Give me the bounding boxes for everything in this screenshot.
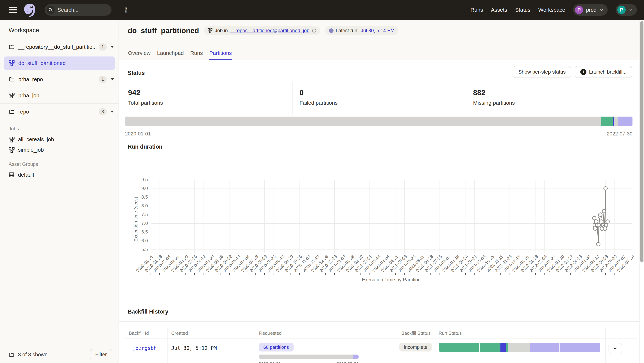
axis-tick: [238, 273, 238, 275]
sidebar-asset-group-default[interactable]: default: [9, 170, 118, 180]
data-point[interactable]: [604, 187, 607, 190]
gridline: [194, 180, 195, 253]
bar-segment: [500, 343, 506, 352]
nav-link-runs[interactable]: Runs: [470, 7, 483, 13]
gridline: [352, 180, 352, 253]
stat-value: 0: [300, 88, 466, 97]
data-point[interactable]: [594, 227, 597, 230]
page-scrollbar[interactable]: [639, 20, 644, 363]
job-origin-pill: Job in __reposi...artitioned@partitioned…: [204, 26, 320, 35]
data-point[interactable]: [603, 225, 606, 229]
launch-backfill-button[interactable]: + Launch backfill...: [575, 66, 632, 78]
sidebar-job-simple_job[interactable]: simple_job: [9, 144, 118, 155]
nav-link-assets[interactable]: Assets: [491, 7, 507, 13]
axis-tick: [500, 273, 501, 275]
data-point[interactable]: [596, 223, 599, 227]
sidebar-footer: 3 of 3 shown Filter: [0, 346, 118, 363]
data-point[interactable]: [602, 210, 606, 213]
stat-label: Total partitions: [128, 100, 292, 106]
y-tick-label: 8.0: [135, 203, 148, 209]
latest-run-link[interactable]: Jul 30, 5:14 PM: [361, 28, 395, 34]
tab-launchpad[interactable]: Launchpad: [157, 50, 184, 60]
sidebar-item-repo[interactable]: repo3: [0, 104, 118, 120]
dagster-logo-icon[interactable]: [23, 3, 37, 17]
gridline: [300, 180, 300, 253]
partition-status-bar[interactable]: [125, 116, 632, 126]
deployment-label: prod: [586, 7, 596, 13]
job-origin-link[interactable]: __reposi...artitioned@partitioned_job: [230, 28, 310, 34]
caret-down-icon[interactable]: [111, 46, 114, 48]
axis-tick: [605, 273, 606, 275]
gridline: [518, 180, 518, 253]
menu-icon[interactable]: [9, 7, 17, 13]
page-header: do_stuff_partitioned Job in __reposi...a…: [119, 20, 639, 60]
axis-tick: [360, 273, 361, 275]
sidebar-item--repository-do-stuff-partitio-[interactable]: __repository__do_stuff_partitio...1: [0, 39, 118, 55]
nav-link-status[interactable]: Status: [515, 7, 530, 13]
tab-runs[interactable]: Runs: [190, 50, 203, 60]
axis-tick: [177, 273, 177, 275]
column-header-requested: Requested: [255, 328, 363, 338]
search-icon: [46, 6, 55, 14]
axis-tick: [588, 273, 588, 275]
sidebar-item-label: prha_repo: [18, 76, 43, 82]
main-content: do_stuff_partitioned Job in __reposi...a…: [119, 20, 639, 363]
data-point[interactable]: [599, 213, 602, 216]
axis-tick: [194, 273, 195, 275]
plus-circle-icon: +: [580, 69, 586, 75]
partition-range-start: 2020-01-01: [125, 131, 151, 137]
gridline: [544, 180, 544, 253]
gridline: [509, 180, 510, 253]
status-section-title: Status: [128, 70, 145, 76]
axis-tick: [614, 273, 614, 275]
data-point[interactable]: [596, 242, 600, 246]
data-point[interactable]: [598, 214, 602, 218]
y-tick-label: 7.0: [135, 220, 148, 226]
filter-button[interactable]: Filter: [90, 349, 112, 360]
data-point[interactable]: [597, 223, 601, 227]
data-point[interactable]: [594, 220, 598, 224]
axis-tick: [527, 273, 527, 275]
row-actions-cell: [605, 339, 637, 363]
axis-tick: [465, 273, 466, 275]
axis-tick: [553, 273, 553, 275]
gridline: [553, 180, 553, 253]
latest-run-pill: Latest run: Jul 30, 5:14 PM: [325, 26, 398, 35]
data-point[interactable]: [600, 227, 604, 230]
scrollbar-thumb[interactable]: [640, 21, 644, 262]
refresh-icon[interactable]: [312, 28, 316, 33]
run-status-bar[interactable]: [439, 343, 600, 352]
data-point[interactable]: [600, 220, 603, 224]
bar-segment: [530, 343, 560, 352]
stat-label: Missing partitions: [473, 100, 639, 106]
data-point[interactable]: [593, 223, 596, 227]
search-input[interactable]: [58, 7, 126, 13]
data-point[interactable]: [601, 223, 605, 227]
user-menu[interactable]: P: [616, 4, 637, 16]
tab-overview[interactable]: Overview: [128, 50, 151, 60]
tab-partitions[interactable]: Partitions: [209, 50, 232, 60]
show-per-step-status-button[interactable]: Show per-step status: [513, 66, 571, 78]
gridline: [448, 180, 448, 253]
caret-down-icon[interactable]: [111, 111, 114, 112]
gridline: [492, 180, 492, 253]
search-box[interactable]: /: [44, 4, 112, 16]
deployment-switcher[interactable]: P prod: [573, 4, 608, 16]
sidebar-item-prha-repo[interactable]: prha_repo1: [0, 71, 118, 87]
data-point[interactable]: [603, 227, 607, 230]
sidebar-item-do-stuff-partitioned[interactable]: do_stuff_partitioned: [4, 56, 115, 70]
data-point[interactable]: [592, 216, 596, 220]
backfill-id-link[interactable]: jozrgsbh: [125, 339, 167, 363]
caret-down-icon[interactable]: [111, 78, 114, 80]
bar-segment: [614, 116, 618, 126]
requested-partitions-chip[interactable]: 60 partitions: [259, 343, 294, 352]
sidebar-job-all_cereals_job[interactable]: all_cereals_job: [9, 134, 118, 144]
y-tick-label: 8.5: [135, 194, 148, 200]
expand-row-button[interactable]: [608, 343, 622, 354]
data-point[interactable]: [604, 223, 608, 227]
gridline: [326, 180, 326, 253]
sidebar-item-prha-job[interactable]: prha_job: [0, 87, 118, 104]
sidebar-item-label: do_stuff_partitioned: [18, 60, 66, 66]
nav-link-workspace[interactable]: Workspace: [538, 7, 565, 13]
data-point[interactable]: [606, 220, 610, 224]
